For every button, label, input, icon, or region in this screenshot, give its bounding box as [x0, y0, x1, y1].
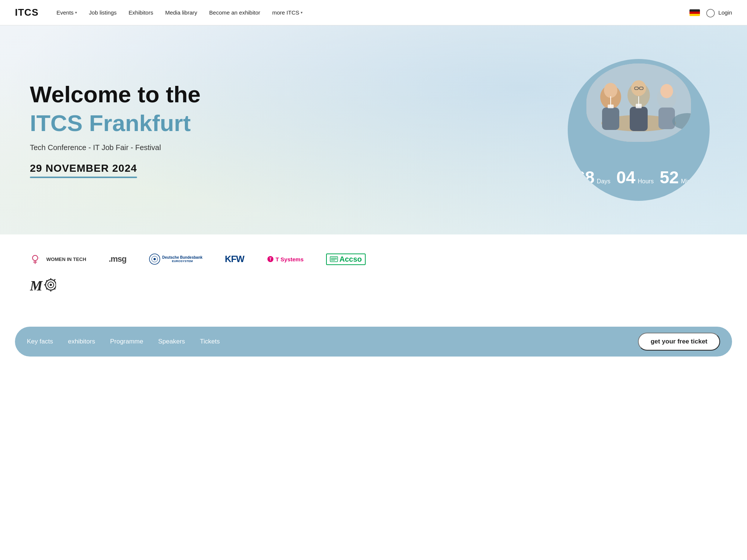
countdown-circle: 68 Days 04 Hours 52 Minutes	[568, 59, 710, 201]
bundesbank-icon	[149, 253, 161, 265]
nav-job-listings[interactable]: Job listings	[89, 9, 117, 16]
svg-rect-3	[602, 108, 619, 130]
mo-icon: M	[30, 276, 56, 293]
accso-icon	[330, 256, 338, 262]
wit-icon: ♀	[30, 253, 45, 265]
countdown-hours-label: Hours	[638, 178, 654, 185]
sponsor-tsystems[interactable]: T T Systems	[267, 255, 304, 263]
sponsor-bundesbank[interactable]: Deutsche Bundesbank EUROSYSTEM	[149, 253, 202, 265]
sponsors-row-1: ♀ WOMEN IN TECH .msg Deutsche Bundesbank…	[30, 253, 717, 265]
svg-rect-15	[636, 104, 642, 108]
countdown-photo-inner	[586, 63, 691, 142]
svg-rect-17	[608, 105, 614, 108]
timer-days: 68 Days	[576, 169, 611, 186]
svg-point-25	[154, 258, 156, 260]
countdown-minutes-number: 52	[660, 169, 679, 186]
svg-rect-12	[658, 108, 675, 129]
nav-exhibitors[interactable]: Exhibitors	[128, 9, 153, 16]
bottom-nav-key-facts[interactable]: Key facts	[27, 338, 53, 345]
countdown-widget: 68 Days 04 Hours 52 Minutes	[568, 59, 710, 201]
hero-content: Welcome to the ITCS Frankfurt Tech Confe…	[30, 82, 201, 178]
timer-minutes: 52 Minutes	[660, 169, 702, 186]
site-logo[interactable]: ITCS	[15, 7, 38, 18]
svg-point-19	[32, 255, 38, 261]
nav-events[interactable]: Events ▾	[56, 9, 77, 16]
login-label: Login	[718, 9, 732, 16]
countdown-days-label: Days	[597, 178, 610, 185]
language-flag-icon[interactable]	[689, 9, 700, 16]
sponsor-msg[interactable]: .msg	[109, 254, 126, 264]
kfw-label: KFW	[225, 254, 244, 264]
events-chevron-icon: ▾	[75, 10, 77, 15]
svg-point-13	[660, 84, 673, 98]
user-icon: ◯	[706, 8, 715, 18]
svg-point-4	[604, 83, 617, 98]
tsystems-icon: T	[267, 255, 274, 263]
hero-subtitle: Tech Conference - IT Job Fair - Festival	[30, 143, 201, 152]
bottom-nav-speakers[interactable]: Speakers	[158, 338, 185, 345]
hero-title-line2: ITCS Frankfurt	[30, 111, 201, 136]
hero-date: 29 NOVEMBER 2024	[30, 162, 137, 178]
bottom-nav-programme[interactable]: Programme	[110, 338, 143, 345]
bottom-nav-bar: Key facts exhibitors Programme Speakers …	[15, 327, 732, 357]
countdown-photo	[586, 63, 691, 142]
navbar-right: ◯ Login	[689, 8, 732, 18]
bundesbank-label: Deutsche Bundesbank EUROSYSTEM	[162, 255, 202, 263]
nav-become-exhibitor[interactable]: Become an exhibitor	[209, 9, 260, 16]
get-free-ticket-button[interactable]: get your free ticket	[638, 333, 720, 351]
sponsor-accso[interactable]: Accso	[326, 253, 366, 265]
more-itcs-chevron-icon: ▾	[301, 10, 303, 15]
countdown-days-number: 68	[576, 169, 595, 186]
sponsor-women-in-tech[interactable]: ♀ WOMEN IN TECH	[30, 253, 86, 265]
conference-photo-svg	[586, 63, 691, 142]
nav-exhibitors-label: Exhibitors	[128, 9, 153, 16]
svg-point-35	[50, 284, 52, 286]
countdown-timer: 68 Days 04 Hours 52 Minutes	[576, 169, 702, 186]
msg-label: .msg	[109, 254, 126, 264]
wit-label: WOMEN IN TECH	[46, 256, 86, 262]
navbar-links: Events ▾ Job listings Exhibitors Media l…	[56, 9, 689, 16]
countdown-hours-number: 04	[616, 169, 635, 186]
nav-more-itcs-label: more ITCS	[272, 9, 300, 16]
svg-text:T: T	[269, 257, 272, 261]
hero-section: Welcome to the ITCS Frankfurt Tech Confe…	[0, 25, 747, 234]
sponsor-mo[interactable]: M	[30, 276, 56, 293]
bottom-nav-tickets[interactable]: Tickets	[200, 338, 220, 345]
svg-text:M: M	[30, 278, 43, 293]
countdown-minutes-label: Minutes	[681, 178, 702, 185]
flag-yellow-stripe	[689, 14, 700, 16]
nav-become-exhibitor-label: Become an exhibitor	[209, 9, 260, 16]
svg-text:♀: ♀	[38, 257, 40, 259]
login-button[interactable]: ◯ Login	[706, 8, 732, 18]
sponsor-kfw[interactable]: KFW	[225, 254, 244, 264]
nav-media-library[interactable]: Media library	[165, 9, 197, 16]
nav-events-label: Events	[56, 9, 74, 16]
svg-rect-6	[630, 107, 648, 131]
bottom-nav-exhibitors[interactable]: exhibitors	[68, 338, 95, 345]
hero-title-line1: Welcome to the	[30, 82, 201, 107]
nav-more-itcs[interactable]: more ITCS ▾	[272, 9, 303, 16]
sponsors-section: ♀ WOMEN IN TECH .msg Deutsche Bundesbank…	[0, 234, 747, 312]
navbar: ITCS Events ▾ Job listings Exhibitors Me…	[0, 0, 747, 25]
sponsors-row-2: M	[30, 276, 717, 293]
nav-media-library-label: Media library	[165, 9, 197, 16]
svg-line-42	[54, 279, 55, 280]
timer-hours: 04 Hours	[616, 169, 654, 186]
tsystems-label: T Systems	[276, 256, 304, 262]
accso-label: Accso	[340, 255, 362, 264]
nav-job-listings-label: Job listings	[89, 9, 117, 16]
